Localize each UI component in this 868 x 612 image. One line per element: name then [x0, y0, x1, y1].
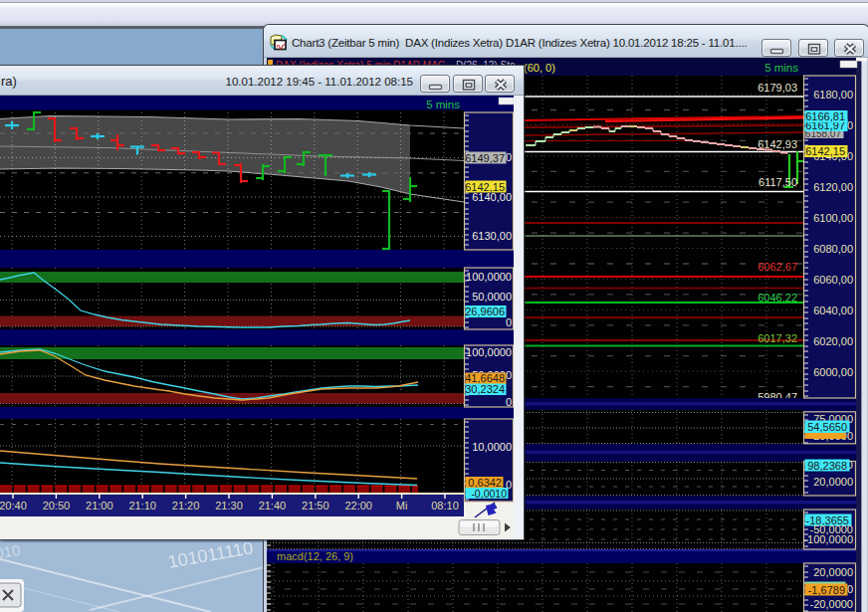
svg-text:6060,00: 6060,00 — [813, 274, 853, 286]
svg-text:6142,15: 6142,15 — [465, 181, 505, 193]
svg-text:(60, 0): (60, 0) — [524, 62, 555, 74]
svg-text:0: 0 — [847, 583, 853, 595]
svg-text:5 mins: 5 mins — [426, 99, 460, 110]
svg-text:-0,0010: -0,0010 — [471, 488, 507, 500]
svg-text:6100,00: 6100,00 — [813, 212, 853, 224]
svg-text:20,0000: 20,0000 — [813, 476, 853, 488]
svg-text:-100,0000: -100,0000 — [803, 533, 853, 545]
svg-text:6166,81: 6166,81 — [805, 110, 845, 122]
svg-text:100,0000: 100,0000 — [466, 271, 512, 283]
svg-text:21:30: 21:30 — [215, 500, 243, 511]
svg-text:macd(12, 26, 9): macd(12, 26, 9) — [277, 550, 353, 562]
svg-text:20,0000: 20,0000 — [813, 566, 853, 578]
svg-text:6020,00: 6020,00 — [813, 335, 853, 347]
svg-text:6040,00: 6040,00 — [813, 305, 853, 316]
svg-text:26,9606: 26,9606 — [465, 306, 505, 317]
svg-text:5 mins: 5 mins — [764, 62, 798, 74]
svg-text:10,0000: 10,0000 — [472, 441, 512, 453]
svg-text:6149,37: 6149,37 — [465, 152, 505, 164]
svg-text:0: 0 — [506, 316, 512, 328]
svg-text:6180,00: 6180,00 — [813, 89, 853, 101]
svg-text:6046,22: 6046,22 — [758, 292, 797, 304]
svg-text:08:10: 08:10 — [431, 500, 459, 511]
svg-text:22:00: 22:00 — [344, 500, 372, 511]
svg-text:6000,00: 6000,00 — [813, 366, 853, 378]
svg-text:6017,32: 6017,32 — [758, 332, 797, 344]
svg-text:-1,6789: -1,6789 — [808, 584, 845, 596]
svg-text:-20,0000: -20,0000 — [810, 598, 853, 610]
svg-text:20:40: 20:40 — [0, 500, 27, 511]
svg-text:6142,15: 6142,15 — [805, 145, 845, 157]
svg-text:21:00: 21:00 — [86, 500, 113, 511]
svg-text:21:50: 21:50 — [302, 500, 329, 511]
svg-text:6080,00: 6080,00 — [813, 243, 853, 255]
svg-text:50,0000: 50,0000 — [472, 291, 512, 303]
svg-text:6120,00: 6120,00 — [813, 181, 853, 193]
svg-text:21:40: 21:40 — [259, 500, 287, 511]
svg-text:21:20: 21:20 — [172, 500, 200, 511]
svg-text:Mi: Mi — [396, 500, 408, 511]
svg-text:30,2324: 30,2324 — [465, 383, 505, 395]
svg-text:54,5650: 54,5650 — [807, 421, 847, 433]
svg-text:6142,93: 6142,93 — [758, 138, 797, 150]
svg-text:21:10: 21:10 — [128, 500, 156, 511]
svg-text:20:50: 20:50 — [43, 500, 71, 511]
svg-text:0: 0 — [506, 396, 512, 408]
svg-text:6130,00: 6130,00 — [472, 230, 512, 242]
svg-text:100,0000: 100,0000 — [466, 346, 512, 358]
svg-text:6179,03: 6179,03 — [758, 82, 797, 94]
svg-text:6062,67: 6062,67 — [758, 261, 797, 273]
svg-text:98,2368: 98,2368 — [807, 460, 847, 472]
svg-text:6117,50: 6117,50 — [759, 176, 797, 188]
